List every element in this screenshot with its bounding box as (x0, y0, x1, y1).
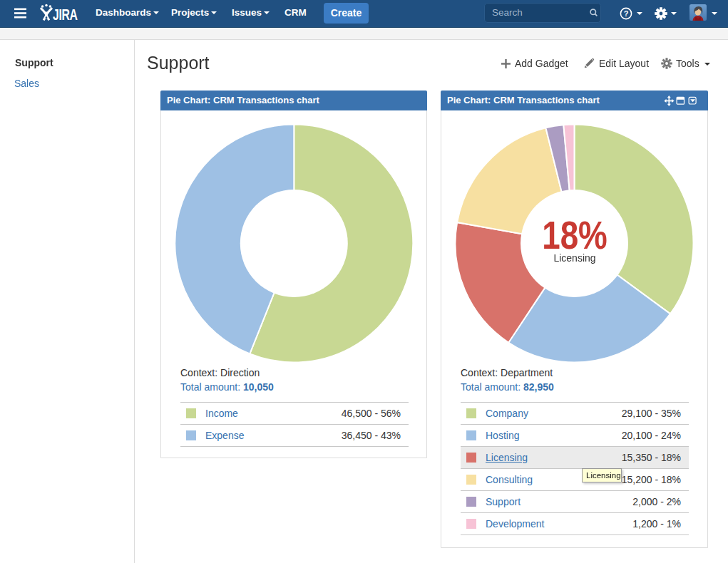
svg-text:?: ? (624, 9, 629, 18)
